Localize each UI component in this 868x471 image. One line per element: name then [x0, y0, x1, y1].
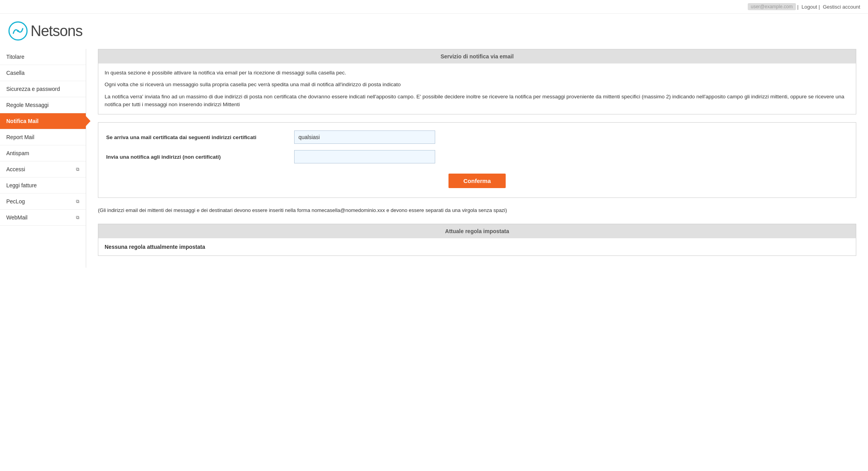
current-rule-header: Attuale regola impostata	[98, 224, 856, 238]
service-header: Servizio di notifica via email	[98, 49, 856, 63]
notify-addresses-input-wrapper	[294, 150, 435, 163]
sidebar-item-notifica-mail[interactable]: Notifica Mail	[0, 113, 86, 129]
form-row-notify: Invia una notifica agli indirizzi (non c…	[106, 150, 848, 163]
sidebar-item-label-report-mail: Report Mail	[6, 134, 34, 140]
confirm-button[interactable]: Conferma	[448, 174, 506, 188]
username-display: user@example.com	[748, 3, 796, 10]
svg-point-1	[17, 30, 19, 32]
content-area: Servizio di notifica via email In questa…	[86, 49, 868, 268]
sidebar: TitolareCasellaSicurezza e passwordRegol…	[0, 49, 86, 268]
logo-area: Netsons	[0, 14, 868, 45]
main-layout: TitolareCasellaSicurezza e passwordRegol…	[0, 49, 868, 268]
sidebar-item-label-casella: Casella	[6, 70, 25, 76]
netsons-logo-icon	[8, 21, 28, 41]
top-bar: user@example.com | Logout | Gestisci acc…	[0, 0, 868, 14]
sidebar-item-label-leggi-fatture: Leggi fatture	[6, 182, 37, 188]
desc-1: In questa sezione è possibile attivare l…	[105, 69, 850, 77]
sidebar-item-sicurezza-password[interactable]: Sicurezza e password	[0, 81, 86, 97]
form-row-certified: Se arriva una mail certificata dai segue…	[106, 130, 848, 144]
certified-addresses-input-wrapper	[294, 130, 435, 144]
desc-2: Ogni volta che si riceverà un messaggio …	[105, 81, 850, 89]
sidebar-item-label-accessi: Accessi	[6, 166, 25, 172]
logo-text: Netsons	[31, 23, 82, 40]
sidebar-item-peclog[interactable]: PecLog⧉	[0, 194, 86, 210]
addresses-note: (Gli indirizzi email dei mittenti dei me…	[98, 202, 856, 217]
sidebar-item-label-webmail: WebMail	[6, 214, 27, 221]
sidebar-item-titolare[interactable]: Titolare	[0, 49, 86, 65]
form-actions: Conferma	[106, 170, 848, 190]
sidebar-item-antispam[interactable]: Antispam	[0, 145, 86, 161]
certified-addresses-label: Se arriva una mail certificata dai segue…	[106, 134, 294, 140]
sidebar-item-label-titolare: Titolare	[6, 54, 24, 60]
logout-link[interactable]: Logout	[801, 4, 817, 10]
external-link-icon-webmail: ⧉	[76, 215, 80, 220]
no-rule-text: Nessuna regola attualmente impostata	[105, 244, 850, 250]
sidebar-item-casella[interactable]: Casella	[0, 65, 86, 81]
sidebar-item-webmail[interactable]: WebMail⧉	[0, 210, 86, 226]
sidebar-item-label-antispam: Antispam	[6, 150, 29, 156]
logo[interactable]: Netsons	[8, 21, 860, 41]
separator2: |	[817, 4, 821, 10]
notify-addresses-label: Invia una notifica agli indirizzi (non c…	[106, 154, 294, 160]
sidebar-item-label-peclog: PecLog	[6, 198, 25, 205]
notification-form-section: Se arriva una mail certificata dai segue…	[98, 122, 856, 198]
separator: |	[796, 4, 800, 10]
current-rule-box: Attuale regola impostata Nessuna regola …	[98, 224, 856, 256]
sidebar-item-label-notifica-mail: Notifica Mail	[6, 118, 38, 124]
manage-account-link[interactable]: Gestisci account	[823, 4, 860, 10]
external-link-icon-accessi: ⧉	[76, 167, 80, 172]
service-body: In questa sezione è possibile attivare l…	[98, 63, 856, 114]
service-description-box: Servizio di notifica via email In questa…	[98, 49, 856, 114]
sidebar-item-regole-messaggi[interactable]: Regole Messaggi	[0, 97, 86, 113]
current-rule-body: Nessuna regola attualmente impostata	[98, 238, 856, 255]
sidebar-item-leggi-fatture[interactable]: Leggi fatture	[0, 178, 86, 194]
sidebar-item-label-regole-messaggi: Regole Messaggi	[6, 102, 49, 108]
certified-addresses-input[interactable]	[294, 130, 435, 144]
sidebar-item-accessi[interactable]: Accessi⧉	[0, 161, 86, 178]
desc-3: La notifica verra' inviata fino ad un ma…	[105, 93, 850, 109]
sidebar-item-label-sicurezza-password: Sicurezza e password	[6, 86, 60, 92]
external-link-icon-peclog: ⧉	[76, 199, 80, 204]
sidebar-item-report-mail[interactable]: Report Mail	[0, 129, 86, 145]
notify-addresses-input[interactable]	[294, 150, 435, 163]
